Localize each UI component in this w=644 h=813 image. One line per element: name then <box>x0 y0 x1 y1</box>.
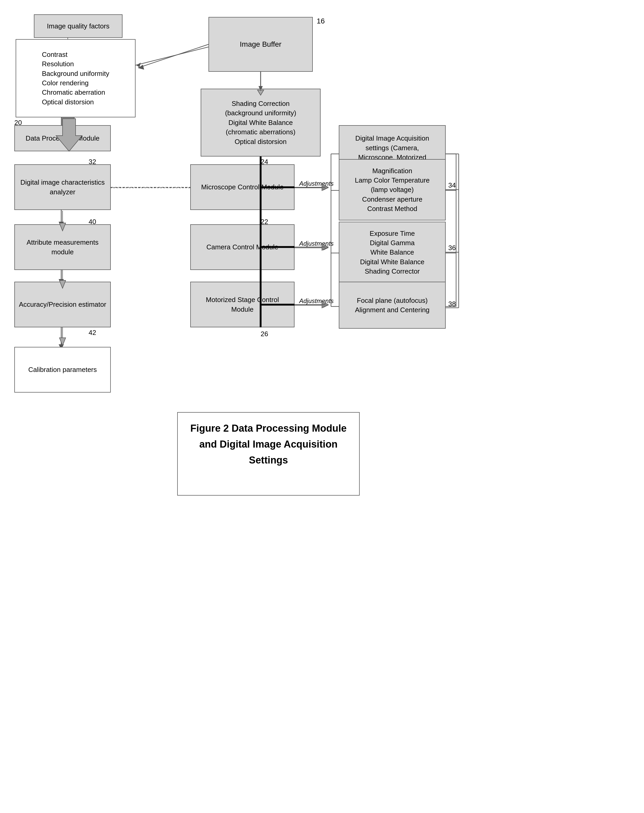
svg-line-54 <box>138 44 208 68</box>
svg-line-11 <box>136 46 214 65</box>
attribute-measurements-box: Attribute measurements module <box>14 224 111 270</box>
shading-correction-box: Shading Correction (background uniformit… <box>201 89 321 156</box>
svg-marker-12 <box>136 63 141 67</box>
arrows-svg <box>0 0 644 813</box>
image-buffer-label: Image Buffer <box>240 39 281 49</box>
calibration-parameters-label: Calibration parameters <box>28 365 97 374</box>
stage-adjustments-label: Focal plane (autofocus) Alignment and Ce… <box>355 296 430 315</box>
accuracy-precision-box: Accuracy/Precision estimator <box>14 282 111 327</box>
adjustments-label-2: Adjustments <box>299 240 333 247</box>
label-16: 16 <box>317 17 325 25</box>
camera-adjustments-box: Exposure Time Digital Gamma White Balanc… <box>339 222 446 283</box>
label-38: 38 <box>448 300 456 308</box>
label-36: 36 <box>448 244 456 252</box>
figure-caption-box: Figure 2 Data Processing Moduleand Digit… <box>177 412 359 495</box>
microscope-adjustments-label: Magnification Lamp Color Temperature (la… <box>355 166 430 213</box>
label-22: 22 <box>261 218 268 226</box>
image-buffer-box: Image Buffer <box>208 17 313 72</box>
adjustments-label-3: Adjustments <box>299 298 333 305</box>
svg-marker-55 <box>138 65 144 70</box>
image-quality-factors-box: Image quality factors <box>34 14 122 38</box>
figure-caption-text: Figure 2 Data Processing Moduleand Digit… <box>190 423 347 466</box>
microscope-adjustments-box: Magnification Lamp Color Temperature (la… <box>339 159 446 220</box>
camera-control-label: Camera Control Module <box>207 242 278 252</box>
label-34: 34 <box>448 181 456 189</box>
image-quality-list-box: Contrast Resolution Background uniformit… <box>15 39 136 117</box>
label-40: 40 <box>89 218 96 226</box>
camera-control-box: Camera Control Module <box>190 224 295 270</box>
microscope-control-label: Microscope Control Module <box>201 182 283 192</box>
microscope-control-box: Microscope Control Module <box>190 164 295 210</box>
calibration-parameters-box: Calibration parameters <box>14 347 111 393</box>
label-26: 26 <box>261 330 268 338</box>
motorized-stage-box: Motorized Stage Control Module <box>190 282 295 327</box>
diagram-svg <box>0 0 644 813</box>
digital-image-analyzer-box: Digital image characteristics analyzer <box>14 164 111 210</box>
image-quality-list-label: Contrast Resolution Background uniformit… <box>42 50 109 107</box>
motorized-stage-label: Motorized Stage Control Module <box>206 295 279 314</box>
label-24: 24 <box>261 158 268 166</box>
label-32: 32 <box>89 158 96 166</box>
stage-adjustments-box: Focal plane (autofocus) Alignment and Ce… <box>339 282 446 329</box>
digital-image-analyzer-label: Digital image characteristics analyzer <box>20 178 105 197</box>
diagram-container: Image quality factors Contrast Resolutio… <box>0 0 644 813</box>
data-processing-module-label: Data Processing Module <box>26 133 99 143</box>
camera-adjustments-label: Exposure Time Digital Gamma White Balanc… <box>360 229 424 276</box>
svg-marker-51 <box>60 327 66 345</box>
accuracy-precision-label: Accuracy/Precision estimator <box>19 300 106 309</box>
label-42: 42 <box>89 329 96 337</box>
attribute-measurements-label: Attribute measurements module <box>27 238 98 257</box>
shading-correction-label: Shading Correction (background uniformit… <box>225 99 296 146</box>
adjustments-label-1: Adjustments <box>299 180 333 187</box>
label-20: 20 <box>14 119 22 127</box>
image-quality-factors-label: Image quality factors <box>47 21 109 31</box>
data-processing-module-box: Data Processing Module <box>14 125 111 151</box>
